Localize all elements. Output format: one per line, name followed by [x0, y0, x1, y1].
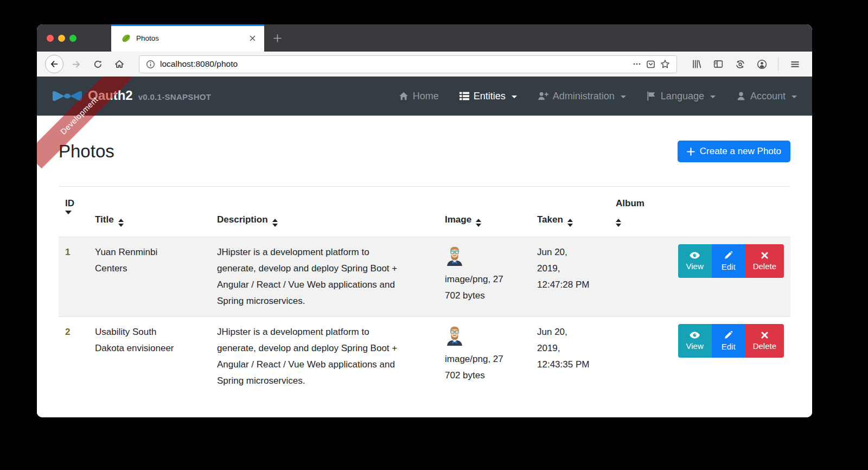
forward-button[interactable]: [66, 54, 86, 74]
nav-item-label: Account: [750, 91, 786, 102]
view-button[interactable]: View: [678, 324, 712, 358]
window-close-button[interactable]: [47, 35, 54, 42]
nav-item-administration[interactable]: Administration: [538, 91, 626, 102]
library-button[interactable]: [687, 54, 706, 74]
column-header-image[interactable]: Image: [438, 187, 531, 237]
chevron-down-icon: [621, 96, 626, 98]
row-actions: View Edit Delete: [667, 244, 784, 278]
nav-item-label: Administration: [553, 91, 615, 102]
new-tab-button[interactable]: [264, 24, 290, 52]
photo-taken: Jun 20, 2019, 12:43:35 PM: [537, 324, 590, 373]
reload-button[interactable]: [88, 54, 107, 74]
menu-button[interactable]: [785, 54, 805, 74]
back-button[interactable]: [44, 54, 64, 74]
pocket-icon[interactable]: [646, 60, 655, 69]
home-icon: [114, 59, 124, 69]
delete-button[interactable]: Delete: [745, 244, 784, 278]
nav-items: Home Entities Administration Language: [399, 91, 797, 102]
tab-strip: Photos: [37, 24, 812, 52]
column-header-taken[interactable]: Taken: [531, 187, 609, 237]
delete-button[interactable]: Delete: [745, 324, 784, 358]
photo-thumbnail[interactable]: [445, 324, 464, 346]
page-actions-icon[interactable]: [633, 60, 641, 68]
url-text[interactable]: localhost:8080/photo: [160, 59, 628, 69]
x-icon: [761, 252, 768, 259]
create-photo-button[interactable]: Create a new Photo: [678, 141, 790, 162]
sort-icon: [272, 219, 278, 227]
chevron-down-icon: [792, 96, 797, 98]
edit-button[interactable]: Edit: [712, 324, 745, 358]
edit-button-label: Edit: [722, 262, 736, 271]
pencil-icon: [724, 331, 732, 339]
column-header-id[interactable]: ID: [59, 187, 88, 237]
sort-icon: [567, 219, 573, 227]
browser-tab-photos[interactable]: Photos: [111, 24, 264, 52]
edit-button[interactable]: Edit: [712, 244, 745, 278]
photo-description: JHipster is a development platform to ge…: [217, 324, 403, 389]
photo-image-meta: image/png, 27 702 bytes: [445, 351, 509, 384]
table-row: 1 Yuan Renminbi Centers JHipster is a de…: [59, 237, 790, 317]
home-button[interactable]: [110, 54, 129, 74]
app-navbar: Oauth2 v0.0.1-SNAPSHOT Home Entities Adm…: [37, 77, 812, 116]
nav-item-label: Language: [661, 91, 704, 102]
pencil-icon: [724, 251, 732, 259]
nav-item-home[interactable]: Home: [399, 91, 439, 102]
list-icon: [459, 91, 469, 101]
page-content: Photos Create a new Photo ID Title: [37, 116, 812, 417]
photo-id-link[interactable]: 2: [65, 327, 70, 337]
url-bar[interactable]: localhost:8080/photo: [139, 55, 677, 73]
brand-title: Oauth2: [88, 88, 133, 103]
column-header-title[interactable]: Title: [88, 187, 210, 237]
back-icon: [45, 55, 63, 73]
delete-button-label: Delete: [753, 341, 776, 351]
hamburger-icon: [790, 60, 800, 69]
view-button[interactable]: View: [678, 244, 712, 278]
flag-icon: [647, 91, 656, 101]
sort-icon: [616, 219, 621, 227]
create-photo-button-label: Create a new Photo: [700, 146, 781, 157]
sidebar-button[interactable]: [709, 54, 728, 74]
brand[interactable]: Oauth2 v0.0.1-SNAPSHOT: [52, 88, 211, 104]
nav-item-label: Home: [413, 91, 439, 102]
column-header-description[interactable]: Description: [210, 187, 438, 237]
sort-desc-icon: [65, 211, 72, 225]
account-button[interactable]: [752, 54, 771, 74]
bookmark-star-icon[interactable]: [660, 59, 670, 69]
photos-table: ID Title Description Image Taken: [59, 186, 790, 396]
tab-close-icon[interactable]: [246, 31, 259, 45]
sync-button[interactable]: [730, 54, 750, 74]
sidebar-icon: [713, 59, 723, 69]
eye-icon: [690, 252, 700, 259]
nav-item-label: Entities: [474, 91, 506, 102]
photo-description: JHipster is a development platform to ge…: [217, 244, 403, 309]
view-button-label: View: [686, 262, 704, 271]
toolbar-divider: [778, 58, 778, 71]
active-tab-indicator: [111, 24, 264, 26]
traffic-lights: [37, 24, 111, 52]
spring-leaf-favicon: [121, 33, 131, 43]
nav-item-language[interactable]: Language: [647, 91, 716, 102]
nav-item-account[interactable]: Account: [736, 91, 797, 102]
photo-thumbnail[interactable]: [445, 244, 464, 266]
column-header-album[interactable]: Album: [609, 187, 661, 237]
browser-toolbar: localhost:8080/photo: [37, 52, 812, 77]
reload-icon: [93, 60, 103, 69]
home-icon: [399, 91, 409, 101]
hipster-avatar-image: [445, 324, 464, 346]
photo-id-link[interactable]: 1: [65, 247, 70, 257]
chevron-down-icon: [512, 96, 517, 98]
chevron-down-icon: [710, 96, 716, 98]
row-actions: View Edit Delete: [667, 324, 784, 358]
page-title: Photos: [59, 141, 114, 162]
window-zoom-button[interactable]: [69, 35, 76, 42]
plus-icon: [687, 148, 695, 156]
nav-item-entities[interactable]: Entities: [459, 91, 517, 102]
sync-icon: [735, 59, 745, 69]
sort-icon: [118, 219, 124, 227]
user-plus-icon: [538, 91, 548, 101]
brand-version: v0.0.1-SNAPSHOT: [138, 92, 212, 101]
jhipster-logo-icon: [52, 88, 82, 104]
window-minimize-button[interactable]: [58, 35, 65, 42]
page-info-icon[interactable]: [146, 60, 155, 69]
photo-taken: Jun 20, 2019, 12:47:28 PM: [537, 244, 590, 293]
